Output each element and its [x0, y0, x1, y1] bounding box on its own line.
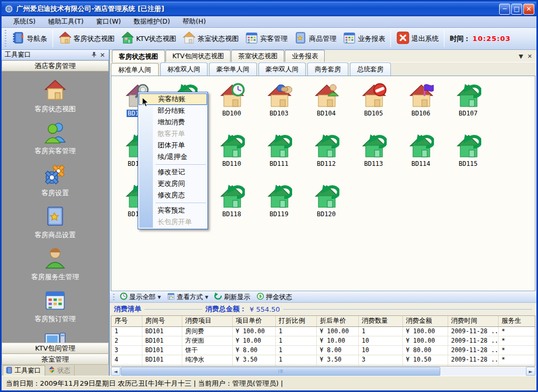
col-header-0[interactable]: 序号: [111, 316, 142, 326]
room-vacant-icon: [455, 82, 481, 109]
room-BD119[interactable]: BD119: [255, 181, 303, 231]
room-BD112[interactable]: BD112: [303, 131, 350, 181]
sidebar-section-0[interactable]: KTV包间管理: [2, 343, 109, 354]
col-header-4[interactable]: 打折比例: [275, 316, 316, 326]
scroll-right-icon[interactable]: ►: [526, 367, 535, 376]
col-header-1[interactable]: 房间号: [142, 316, 182, 326]
room-type-tab-1[interactable]: 标准双人间: [160, 62, 208, 76]
col-header-5[interactable]: 折后单价: [316, 316, 358, 326]
sidebar-item-0[interactable]: 客房状态视图: [35, 79, 76, 114]
col-header-6[interactable]: 消费数量: [358, 316, 402, 326]
sidebar-tab-label: 工具窗口: [15, 366, 41, 375]
room-BD104[interactable]: BD104: [303, 80, 350, 131]
sidebar-item-3[interactable]: 客房商品设置: [35, 205, 76, 240]
context-menu-item-7[interactable]: 修改登记: [139, 166, 207, 178]
room-type-tab-4[interactable]: 商务套房: [307, 62, 348, 76]
context-menu-item-5[interactable]: 续/退押金: [139, 151, 207, 163]
room-type-tab-2[interactable]: 豪华单人间: [209, 62, 257, 76]
room-BD107[interactable]: BD107: [444, 80, 492, 131]
view-tab-3[interactable]: 业务报表: [285, 50, 325, 62]
view-tab-2[interactable]: 茶室状态视图: [231, 50, 284, 62]
dropdown-arrow-icon[interactable]: ▼: [205, 295, 208, 300]
room-BD103[interactable]: BD103: [255, 80, 303, 131]
room-BD105[interactable]: BD105: [350, 80, 397, 131]
view-tab-0[interactable]: 客房状态视图: [112, 50, 165, 62]
col-header-7[interactable]: 消费金额: [402, 316, 448, 326]
sidebar-section-1[interactable]: 茶室管理: [2, 354, 109, 365]
room-action-button-1[interactable]: 查看方式▼: [164, 292, 211, 302]
cell: ¥ 8.00: [232, 345, 275, 355]
context-menu-item-1[interactable]: 部分结账: [139, 105, 207, 116]
table-row[interactable]: 1BD101房间费¥ 100.001¥ 100.001¥ 100.002009-…: [111, 326, 535, 336]
room-BD120[interactable]: BD120: [303, 181, 350, 231]
toolbar-button-1[interactable]: 客房状态视图: [55, 29, 118, 48]
sidebar-item-1[interactable]: 客房宾客管理: [35, 121, 76, 156]
room-type-tab-3[interactable]: 豪华双人间: [258, 62, 306, 76]
sidebar-item-2[interactable]: 客房设置: [42, 163, 69, 198]
menu-item-3[interactable]: 数据维护(D): [127, 16, 176, 27]
close-button[interactable]: ✕: [523, 4, 534, 15]
context-menu-item-2[interactable]: 增加消费: [139, 116, 207, 128]
sidebar-section-header[interactable]: 酒店客房管理: [2, 60, 109, 71]
sidebar-tab-1[interactable]: 状态: [46, 365, 75, 376]
scrollbar-track[interactable]: [120, 367, 526, 376]
room-label: BD120: [316, 210, 337, 218]
tab-close-icon[interactable]: ✕: [527, 53, 532, 60]
sidebar-item-5[interactable]: 客房预订管理: [35, 289, 76, 324]
context-menu-item-8[interactable]: 更改房间: [139, 178, 207, 189]
table-row[interactable]: 3BD101饼干¥ 8.001¥ 8.0010¥ 80.002009-11-28…: [111, 345, 535, 355]
dropdown-arrow-icon[interactable]: ▼: [158, 295, 161, 300]
toolbar-button-6[interactable]: 业务报表: [339, 29, 388, 48]
room-BD113[interactable]: BD113: [350, 131, 397, 181]
sidebar-item-6[interactable]: 客房其他款项登记: [28, 331, 82, 343]
sidebar-tab-0[interactable]: 工具窗口: [3, 365, 45, 376]
menu-item-2[interactable]: 窗口(W): [90, 16, 127, 27]
room-BD118[interactable]: BD118: [208, 181, 255, 231]
room-type-tab-5[interactable]: 总统套房: [350, 62, 391, 76]
toolbar-grip: [4, 30, 7, 47]
toolbar-button-0[interactable]: 导航条: [8, 29, 50, 48]
scroll-left-icon[interactable]: ◄: [111, 367, 120, 376]
room-BD114[interactable]: BD114: [397, 131, 444, 181]
tab-dropdown-icon[interactable]: ▼: [519, 53, 523, 60]
room-BD115[interactable]: BD115: [444, 131, 492, 181]
cell: 3: [358, 364, 402, 366]
pin-icon[interactable]: [90, 51, 98, 59]
view-tab-1[interactable]: KTV包间状态视图: [165, 50, 231, 62]
toolbar-button-label: 客房状态视图: [74, 34, 115, 44]
toolbar-button-7[interactable]: 退出系统: [393, 29, 442, 48]
room-action-button-0[interactable]: 显示全部▼: [117, 292, 164, 302]
context-menu-item-4[interactable]: 团体开单: [139, 140, 207, 151]
context-menu-item-0[interactable]: 宾客结账: [139, 93, 207, 105]
room-action-button-3[interactable]: $押金状态: [253, 292, 295, 302]
toolbar-button-4[interactable]: 宾客管理: [242, 29, 291, 48]
table-row[interactable]: 2BD101方便面¥ 10.001¥ 10.0010¥ 100.002009-1…: [111, 336, 535, 345]
table-row[interactable]: 5BD101红葡萄酒¥ 88.001¥ 88.003¥ 264.002009-1…: [111, 364, 535, 366]
room-BD100[interactable]: BD100: [208, 80, 255, 131]
menu-item-1[interactable]: 辅助工具(T): [42, 16, 90, 27]
table-row[interactable]: 4BD101纯净水¥ 3.501¥ 3.503¥ 10.502009-11-28…: [111, 355, 535, 364]
col-header-3[interactable]: 项目单价: [232, 316, 275, 326]
col-header-8[interactable]: 消费时间: [448, 316, 498, 326]
context-menu-item-11[interactable]: 宾客预定: [139, 205, 207, 216]
context-menu-item-9[interactable]: 修改房态: [139, 189, 207, 201]
minimize-button[interactable]: ─: [499, 4, 510, 15]
room-BD111[interactable]: BD111: [255, 131, 303, 181]
menu-item-4[interactable]: 帮助(H): [177, 16, 212, 27]
consumption-table-wrap: 序号房间号消费项目项目单价打折比例折后单价消费数量消费金额消费时间服务生 1BD…: [111, 315, 535, 366]
scrollbar-thumb[interactable]: [121, 367, 440, 376]
cell: ¥ 88.00: [232, 364, 275, 366]
sidebar-item-4[interactable]: 客房服务生管理: [32, 247, 79, 282]
menu-item-0[interactable]: 系统(S): [7, 16, 42, 27]
room-BD110[interactable]: BD110: [208, 131, 255, 181]
maximize-button[interactable]: □: [511, 4, 522, 15]
room-type-tab-0[interactable]: 标准单人间: [111, 63, 159, 76]
room-action-button-2[interactable]: 刷新显示: [211, 292, 253, 302]
toolbar-button-2[interactable]: KTV状态视图: [118, 29, 179, 48]
sidebar-close-icon[interactable]: ✕: [98, 51, 107, 59]
toolbar-button-3[interactable]: 茶室状态视图: [179, 29, 242, 48]
col-header-9[interactable]: 服务生: [498, 316, 535, 326]
room-BD106[interactable]: BD106: [397, 80, 444, 131]
toolbar-button-5[interactable]: 商品管理: [291, 29, 339, 48]
col-header-2[interactable]: 消费项目: [182, 316, 232, 326]
